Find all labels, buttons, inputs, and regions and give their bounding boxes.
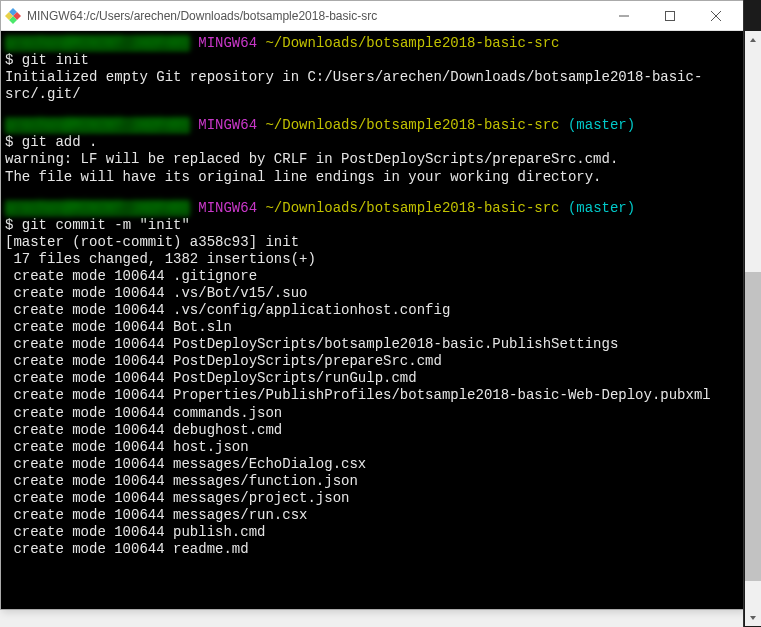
prompt-command: $ git init [5, 52, 89, 68]
prompt-block: arechen@MININT-JADP4R5 MINGW64 ~/Downloa… [5, 200, 739, 559]
titlebar[interactable]: MINGW64:/c/Users/arechen/Downloads/botsa… [1, 1, 743, 31]
user-host: arechen@MININT-JADP4R5 [5, 35, 190, 52]
command-output: warning: LF will be replaced by CRLF in … [5, 151, 618, 184]
maximize-button[interactable] [647, 1, 693, 30]
mingw-label: MINGW64 [198, 35, 257, 51]
minimize-button[interactable] [601, 1, 647, 30]
scrollbar-thumb[interactable] [745, 272, 761, 581]
svg-marker-9 [750, 38, 756, 42]
scroll-down-button[interactable] [745, 609, 761, 626]
mingw-label: MINGW64 [198, 117, 257, 133]
git-branch: (master) [568, 200, 635, 216]
terminal-content[interactable]: arechen@MININT-JADP4R5 MINGW64 ~/Downloa… [1, 31, 743, 609]
app-icon [5, 8, 21, 24]
vertical-scrollbar[interactable] [745, 31, 761, 626]
prompt-block: arechen@MININT-JADP4R5 MINGW64 ~/Downloa… [5, 35, 739, 103]
scroll-up-button[interactable] [745, 31, 761, 48]
close-button[interactable] [693, 1, 739, 30]
prompt-block: arechen@MININT-JADP4R5 MINGW64 ~/Downloa… [5, 117, 739, 185]
command-output: [master (root-commit) a358c93] init 17 f… [5, 234, 711, 557]
cwd-path: ~/Downloads/botsample2018-basic-src [265, 200, 559, 216]
window-controls [601, 1, 739, 30]
cwd-path: ~/Downloads/botsample2018-basic-src [265, 35, 559, 51]
window-title: MINGW64:/c/Users/arechen/Downloads/botsa… [27, 9, 601, 23]
git-branch: (master) [568, 117, 635, 133]
prompt-command: $ git add . [5, 134, 97, 150]
terminal-window: MINGW64:/c/Users/arechen/Downloads/botsa… [0, 0, 744, 610]
scrollbar-track[interactable] [745, 48, 761, 609]
user-host: arechen@MININT-JADP4R5 [5, 117, 190, 134]
user-host: arechen@MININT-JADP4R5 [5, 200, 190, 217]
command-output: Initialized empty Git repository in C:/U… [5, 69, 702, 102]
mingw-label: MINGW64 [198, 200, 257, 216]
prompt-command: $ git commit -m "init" [5, 217, 190, 233]
svg-marker-10 [750, 616, 756, 620]
cwd-path: ~/Downloads/botsample2018-basic-src [265, 117, 559, 133]
svg-rect-6 [666, 11, 675, 20]
